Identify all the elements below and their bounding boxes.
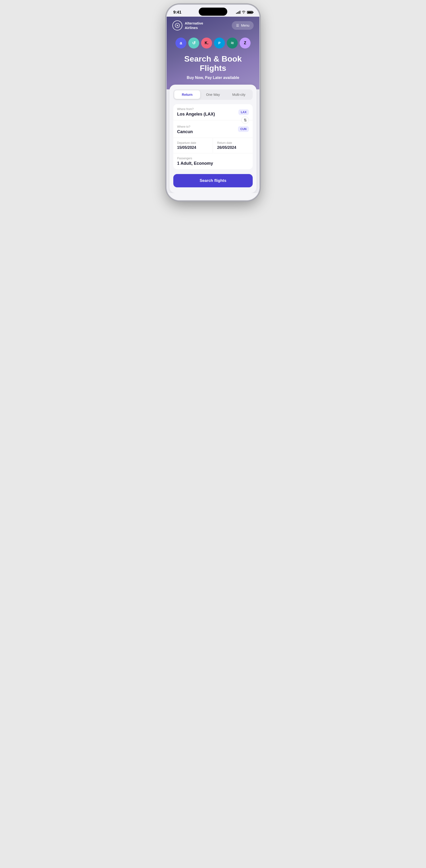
tab-one-way[interactable]: One Way — [200, 90, 226, 99]
passengers-value: 1 Adult, Economy — [177, 161, 249, 166]
passengers-field[interactable]: Passengers 1 Adult, Economy — [173, 153, 253, 169]
date-row: Departure date 15/05/2024 Return date 26… — [173, 138, 253, 153]
dynamic-island — [199, 8, 227, 16]
from-label: Where from? — [177, 107, 249, 111]
nav-bar: Alternative Airlines ☰ Menu — [172, 17, 254, 37]
payment-icon-afterpay[interactable]: ↺ — [188, 37, 199, 49]
signal-icon — [236, 11, 240, 14]
return-field[interactable]: Return date 26/05/2024 — [213, 138, 253, 153]
hero-section: Alternative Airlines ☰ Menu a ↺ K. P ≈ Z… — [166, 17, 260, 89]
swap-button[interactable]: ⇅ — [241, 116, 249, 124]
departure-value: 15/05/2024 — [177, 146, 209, 150]
status-icons — [236, 10, 253, 14]
hero-title: Search & Book Flights — [172, 54, 254, 73]
to-field[interactable]: Where to? Cancun CUN — [173, 120, 253, 138]
payment-icon-paypal[interactable]: P — [214, 37, 225, 49]
to-badge: CUN — [238, 126, 249, 132]
payment-icon-klarna[interactable]: K. — [201, 37, 212, 49]
search-card: Return One Way Multi-city Where from? Lo… — [170, 85, 256, 193]
passengers-label: Passengers — [177, 157, 249, 160]
menu-label: Menu — [241, 24, 249, 27]
payment-icon-zip[interactable]: ≈ — [227, 37, 238, 49]
form-fields: Where from? Los Angeles (LAX) LAX ⇅ Wher… — [173, 104, 253, 169]
departure-field[interactable]: Departure date 15/05/2024 — [173, 138, 213, 153]
from-badge: LAX — [238, 110, 249, 115]
search-flights-button[interactable]: Search flights — [173, 174, 253, 187]
return-label: Return date — [217, 141, 249, 145]
menu-icon: ☰ — [236, 24, 239, 27]
tab-multi-city[interactable]: Multi-city — [226, 90, 252, 99]
logo-icon — [172, 21, 182, 30]
payment-icon-affirm[interactable]: a — [176, 37, 186, 49]
return-value: 26/05/2024 — [217, 146, 249, 150]
from-field[interactable]: Where from? Los Angeles (LAX) LAX ⇅ — [173, 104, 253, 120]
logo: Alternative Airlines — [172, 21, 203, 30]
wifi-icon — [242, 10, 246, 14]
trip-tabs: Return One Way Multi-city — [173, 89, 253, 100]
phone-shell: 9:41 — [166, 5, 260, 200]
status-time: 9:41 — [173, 10, 181, 15]
logo-text: Alternative Airlines — [185, 21, 203, 30]
hero-subtitle: Buy Now, Pay Later available — [172, 75, 254, 80]
payment-icon-zip2[interactable]: Z — [240, 37, 250, 49]
departure-label: Departure date — [177, 141, 209, 145]
battery-icon — [247, 11, 253, 14]
bottom-space — [166, 193, 260, 200]
tab-return[interactable]: Return — [174, 90, 200, 99]
menu-button[interactable]: ☰ Menu — [232, 21, 254, 30]
from-value: Los Angeles (LAX) — [177, 112, 249, 117]
payment-icons-row: a ↺ K. P ≈ Z — [172, 37, 254, 49]
